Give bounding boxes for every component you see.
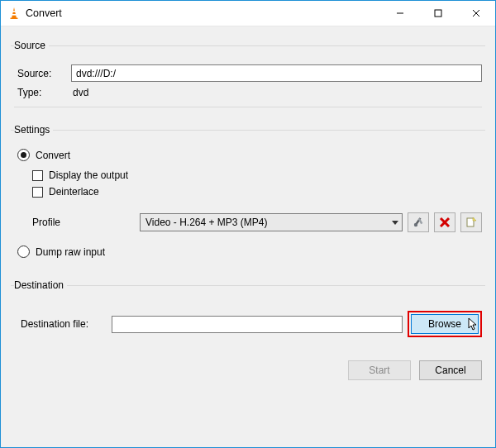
destination-file-label: Destination file:	[17, 318, 112, 330]
browse-button-label: Browse	[428, 318, 461, 330]
edit-profile-button[interactable]	[408, 212, 429, 232]
deinterlace-label: Deinterlace	[49, 186, 99, 198]
browse-button[interactable]: Browse	[411, 314, 479, 334]
client-area: Source Source: Type: dvd Settings Conver…	[1, 26, 495, 448]
svg-marker-8	[392, 221, 398, 225]
start-button[interactable]: Start	[348, 360, 411, 380]
destination-group: Destination Destination file: Browse	[11, 279, 485, 344]
svg-marker-0	[12, 7, 17, 18]
radio-icon	[17, 149, 30, 161]
display-output-checkbox[interactable]: Display the output	[32, 169, 482, 181]
minimize-button[interactable]	[381, 1, 419, 26]
svg-marker-15	[473, 217, 476, 221]
close-button[interactable]	[457, 1, 495, 26]
deinterlace-checkbox[interactable]: Deinterlace	[32, 186, 482, 198]
checkbox-icon	[32, 187, 43, 198]
start-button-label: Start	[369, 365, 389, 376]
type-row: Type: dvd	[14, 87, 482, 98]
destination-legend: Destination	[14, 279, 67, 291]
svg-rect-3	[11, 18, 18, 20]
dump-radio-label: Dump raw input	[36, 246, 105, 258]
profile-select[interactable]: Video - H.264 + MP3 (MP4)	[140, 213, 403, 231]
destination-row: Destination file: Browse	[14, 311, 482, 337]
delete-profile-button[interactable]	[434, 212, 455, 232]
titlebar: Convert	[1, 1, 495, 26]
radio-icon	[17, 245, 30, 258]
source-divider	[14, 107, 482, 107]
destination-file-input[interactable]	[112, 316, 403, 333]
type-value: dvd	[71, 87, 88, 98]
new-profile-button[interactable]	[460, 212, 482, 232]
vlc-cone-icon	[7, 7, 21, 20]
cancel-button-label: Cancel	[435, 365, 465, 376]
profile-row: Profile Video - H.264 + MP3 (MP4)	[32, 212, 482, 232]
svg-rect-5	[435, 10, 441, 17]
source-row: Source:	[14, 64, 482, 82]
dropdown-arrow-icon	[392, 219, 398, 226]
svg-rect-1	[12, 11, 16, 12]
window-title: Convert	[26, 7, 62, 19]
settings-legend: Settings	[14, 124, 53, 136]
maximize-button[interactable]	[419, 1, 457, 26]
profile-value: Video - H.264 + MP3 (MP4)	[145, 217, 268, 228]
footer: Start Cancel	[11, 360, 485, 380]
convert-radio[interactable]: Convert	[17, 149, 482, 161]
source-label: Source:	[14, 68, 71, 79]
cursor-icon	[468, 317, 479, 335]
source-legend: Source	[14, 40, 49, 51]
svg-rect-2	[12, 14, 17, 16]
browse-highlight: Browse	[408, 311, 482, 337]
display-output-label: Display the output	[49, 169, 128, 181]
source-input[interactable]	[71, 64, 482, 82]
checkbox-icon	[32, 170, 43, 181]
svg-marker-16	[469, 318, 476, 330]
type-label: Type:	[14, 87, 71, 98]
settings-group: Settings Convert Display the output Dein…	[11, 124, 485, 266]
dump-radio[interactable]: Dump raw input	[17, 245, 482, 258]
cancel-button[interactable]: Cancel	[419, 360, 482, 380]
convert-radio-label: Convert	[36, 150, 70, 161]
source-group: Source Source: Type: dvd	[11, 40, 485, 111]
profile-label: Profile	[32, 217, 140, 228]
